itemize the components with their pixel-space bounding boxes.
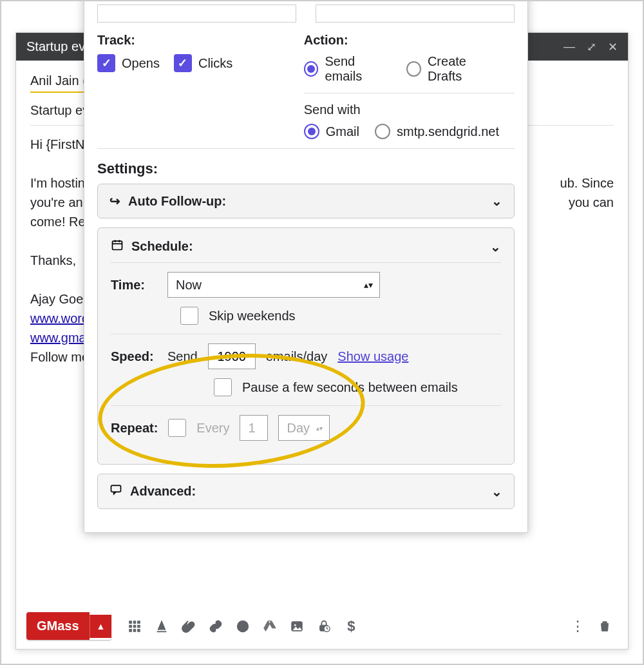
advanced-accordion[interactable]: Advanced: ⌄ [97,474,515,509]
close-icon[interactable]: ✕ [608,40,618,54]
gmass-button[interactable]: GMass ▲ [26,612,111,640]
attach-icon[interactable] [176,613,202,639]
auto-followup-label: Auto Follow-up: [128,194,226,209]
sendgrid-radio[interactable] [375,124,390,139]
text-format-icon[interactable] [149,613,175,639]
photo-icon[interactable] [284,613,310,639]
compose-title: Startup ev [26,39,85,54]
gmail-radio[interactable] [304,124,319,139]
svg-rect-21 [111,485,121,492]
expand-icon[interactable]: ⤢ [587,40,596,54]
gmass-settings-panel: Track: ✓ Opens ✓ Clicks Action: [84,0,528,533]
svg-rect-7 [134,629,137,631]
schedule-box: Schedule: ⌄ Time: Now ▴▾ Skip weekends S… [97,227,515,465]
send-emails-label: Send emails [325,54,391,84]
repeat-unit-select: Day ▴▾ [278,415,330,441]
chat-icon [109,483,122,499]
pause-checkbox[interactable] [214,378,232,396]
svg-rect-0 [129,621,132,623]
more-icon[interactable]: ⋮ [565,613,591,639]
skip-weekends-checkbox[interactable] [180,307,198,325]
dollar-icon[interactable]: $ [338,613,364,639]
svg-rect-1 [134,621,137,623]
opens-label: Opens [122,56,160,71]
svg-rect-5 [138,625,140,628]
emoji-icon[interactable] [230,613,256,639]
time-select[interactable]: Now ▴▾ [167,272,380,298]
svg-point-12 [244,624,245,626]
recipient-chip[interactable]: Anil Jain ( [30,71,87,93]
trash-icon[interactable] [592,613,618,639]
repeat-number-input [240,415,268,441]
select-caret-icon: ▴▾ [364,280,373,290]
action-label: Action: [304,33,515,48]
speed-label: Speed: [111,349,157,364]
send-word: Send [167,349,198,364]
svg-point-11 [241,624,242,626]
body-line: you can [569,193,614,212]
svg-point-14 [294,624,297,626]
calendar-icon [111,238,124,255]
clicks-checkbox[interactable]: ✓ [174,54,192,72]
select-caret-icon: ▴▾ [316,425,323,432]
opens-checkbox[interactable]: ✓ [97,54,115,72]
emails-day-label: emails/day [266,349,328,364]
svg-rect-4 [134,625,137,628]
chevron-down-icon: ⌄ [491,193,502,209]
track-label: Track: [97,33,278,48]
settings-header: Settings: [97,160,515,177]
clicks-label: Clicks [198,56,232,71]
svg-rect-8 [138,629,140,631]
time-label: Time: [111,278,157,293]
show-usage-link[interactable]: Show usage [337,349,408,364]
gmass-label: GMass [26,612,90,640]
gmail-label: Gmail [326,124,359,139]
pause-label: Pause a few seconds between emails [242,380,458,395]
svg-point-10 [238,621,249,631]
svg-rect-17 [113,241,122,249]
formatting-grid-icon[interactable] [122,613,147,639]
create-drafts-label: Create Drafts [428,54,499,84]
speed-input[interactable] [208,343,256,369]
repeat-checkbox[interactable] [168,419,186,437]
chevron-down-icon[interactable]: ⌄ [490,239,501,255]
send-with-label: Send with [304,102,515,117]
schedule-label: Schedule: [131,239,193,254]
sendgrid-label: smtp.sendgrid.net [397,124,499,139]
repeat-label: Repeat: [111,421,158,436]
svg-rect-2 [138,621,140,623]
body-line: ub. Since [560,173,614,193]
reply-icon: ↪ [109,193,120,209]
every-label: Every [196,421,229,436]
skip-weekends-label: Skip weekends [209,309,296,323]
svg-rect-6 [129,629,132,631]
create-drafts-radio[interactable] [406,61,421,77]
time-value: Now [176,278,202,293]
auto-followup-accordion[interactable]: ↪ Auto Follow-up: ⌄ [97,184,515,218]
link-icon[interactable] [203,613,229,639]
body-line: I'm hosting [30,173,92,193]
minimize-icon[interactable]: — [564,40,575,54]
drive-icon[interactable] [257,613,283,639]
chevron-down-icon: ⌄ [491,484,502,499]
advanced-label: Advanced: [130,484,196,499]
svg-rect-3 [129,625,132,628]
compose-toolbar: GMass ▲ [26,612,618,640]
gmass-caret-icon[interactable]: ▲ [90,615,112,638]
confidential-icon[interactable] [311,613,337,639]
send-emails-radio[interactable] [304,61,319,77]
